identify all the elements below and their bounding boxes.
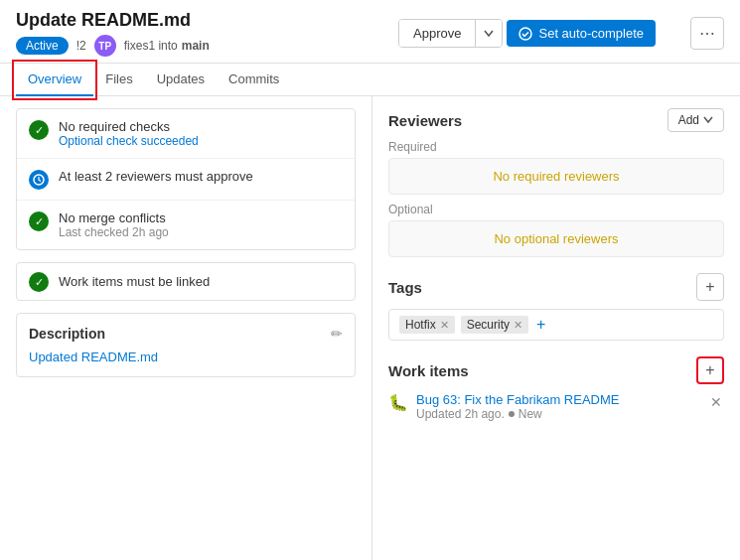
comment-count: !2: [76, 39, 86, 53]
tab-files[interactable]: Files: [93, 64, 144, 96]
tag-inline-add-button[interactable]: +: [534, 316, 547, 334]
autocomplete-main: Set auto-complete: [507, 20, 656, 47]
reviewers-section: Reviewers Add Required No required revie…: [388, 108, 724, 257]
svg-point-0: [519, 28, 531, 40]
tab-overview[interactable]: Overview: [16, 64, 93, 96]
tag-security-remove[interactable]: ✕: [514, 319, 522, 332]
check-work-items-linked: ✓ Work items must be linked: [16, 262, 356, 301]
work-items-header: Work items +: [388, 356, 724, 384]
chevron-down-icon: [668, 30, 678, 38]
work-items-title: Work items: [388, 362, 469, 379]
check-reviewers: At least 2 reviewers must approve: [17, 159, 355, 201]
description-title: Description: [29, 326, 105, 342]
tags-container: Hotfix ✕ Security ✕ +: [388, 309, 724, 341]
edit-description-icon[interactable]: ✏: [331, 326, 343, 342]
reviewers-title: Reviewers: [388, 112, 462, 129]
check-required-checks: ✓ No required checks Optional check succ…: [17, 109, 355, 159]
right-panel: Reviewers Add Required No required revie…: [372, 96, 740, 560]
description-card: Description ✏ Updated README.md: [16, 313, 356, 377]
main-content: ✓ No required checks Optional check succ…: [0, 96, 740, 560]
check-main-text: No merge conflicts: [59, 210, 169, 225]
fixes-text: fixes1 into main: [124, 39, 210, 53]
header-left: Update README.md Active !2 TP fixes1 int…: [16, 10, 210, 57]
approve-button[interactable]: Approve: [399, 20, 476, 47]
approve-dropdown-button[interactable]: [476, 20, 502, 47]
check-main-text: No required checks: [59, 119, 199, 134]
tag-hotfix: Hotfix ✕: [399, 316, 455, 334]
tags-section: Tags + Hotfix ✕ Security ✕ +: [388, 273, 724, 341]
status-badge: Active: [16, 37, 69, 55]
tab-commits[interactable]: Commits: [217, 64, 291, 96]
checks-card: ✓ No required checks Optional check succ…: [16, 108, 356, 250]
check-text: No required checks Optional check succee…: [59, 119, 199, 148]
bug-icon: 🐛: [388, 393, 408, 412]
pending-icon: [29, 170, 49, 190]
header-actions: Approve Set auto-complete ⋯: [398, 17, 724, 50]
work-item-status: New: [518, 407, 542, 421]
autocomplete-icon: [518, 27, 532, 41]
header-meta: Active !2 TP fixes1 into main: [16, 35, 210, 57]
avatar: TP: [94, 35, 116, 57]
work-item-info: 🐛 Bug 63: Fix the Fabrikam README Update…: [388, 392, 619, 421]
chevron-down-icon: [703, 116, 713, 124]
tag-hotfix-label: Hotfix: [405, 318, 436, 332]
check-merge-conflicts: ✓ No merge conflicts Last checked 2h ago: [17, 201, 355, 249]
work-item-sub: Updated 2h ago. New: [416, 407, 619, 421]
work-item-remove-button[interactable]: ✕: [708, 392, 724, 412]
required-reviewers-empty: No required reviewers: [388, 158, 724, 195]
check-text: No merge conflicts Last checked 2h ago: [59, 210, 169, 239]
success-icon: ✓: [29, 272, 49, 292]
page-header: Update README.md Active !2 TP fixes1 int…: [0, 0, 740, 64]
tab-updates[interactable]: Updates: [145, 64, 217, 96]
approve-button-group: Approve: [398, 19, 503, 48]
clock-icon: [33, 174, 45, 186]
tabs-bar: Overview Files Updates Commits: [0, 64, 740, 96]
chevron-down-icon: [484, 30, 494, 38]
success-icon: ✓: [29, 120, 49, 140]
description-content: Updated README.md: [29, 350, 343, 364]
check-sub-text: Last checked 2h ago: [59, 225, 169, 239]
work-items-section: Work items + 🐛 Bug 63: Fix the Fabrikam …: [388, 356, 724, 421]
tags-header: Tags +: [388, 273, 724, 301]
status-dot: [509, 411, 515, 417]
autocomplete-dropdown-button[interactable]: [660, 20, 686, 47]
tag-security: Security ✕: [461, 316, 528, 334]
success-icon: ✓: [29, 211, 49, 231]
tag-security-label: Security: [467, 318, 510, 332]
check-text: At least 2 reviewers must approve: [59, 169, 253, 184]
optional-reviewers-empty: No optional reviewers: [388, 220, 724, 257]
required-label: Required: [388, 140, 724, 154]
add-tag-button[interactable]: +: [696, 273, 724, 301]
optional-label: Optional: [388, 203, 724, 216]
check-sub-text: Optional check succeeded: [59, 134, 199, 148]
work-item-row: 🐛 Bug 63: Fix the Fabrikam README Update…: [388, 392, 724, 421]
page-title: Update README.md: [16, 10, 210, 31]
tag-hotfix-remove[interactable]: ✕: [440, 319, 449, 332]
check-main-text: At least 2 reviewers must approve: [59, 169, 253, 184]
description-header: Description ✏: [29, 326, 343, 342]
work-item-title: Bug 63: Fix the Fabrikam README: [416, 392, 619, 407]
check-linked-text: Work items must be linked: [59, 274, 210, 289]
autocomplete-button-group[interactable]: Set auto-complete: [507, 20, 656, 47]
work-item-updated: Updated 2h ago.: [416, 407, 505, 421]
reviewers-header: Reviewers Add: [388, 108, 724, 132]
add-reviewer-button[interactable]: Add: [667, 108, 724, 132]
left-panel: ✓ No required checks Optional check succ…: [0, 96, 372, 560]
more-options-button[interactable]: ⋯: [690, 17, 724, 50]
tags-title: Tags: [388, 279, 422, 296]
work-item-details: Bug 63: Fix the Fabrikam README Updated …: [416, 392, 619, 421]
add-work-item-button[interactable]: +: [696, 356, 724, 384]
